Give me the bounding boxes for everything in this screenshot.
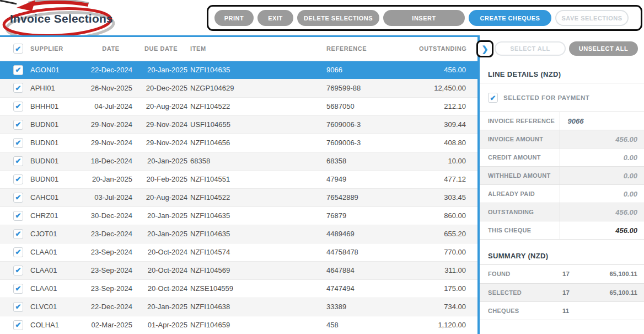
cell-supplier: BUDN01 [28, 134, 88, 152]
row-checkbox[interactable]: ✔ [13, 229, 23, 239]
page-header: Invoice Selections PRINT EXIT DELETE SEL… [0, 0, 644, 35]
unselect-all-button[interactable]: UNSELECT ALL [569, 41, 638, 56]
row-checkbox[interactable]: ✔ [13, 302, 23, 312]
row-checkbox[interactable]: ✔ [13, 156, 23, 166]
table-row[interactable]: ✔ COLHA1 02-Mar-2025 01-Apr-2025 NZFI104… [0, 316, 477, 334]
cell-outstanding: 175.00 [419, 279, 477, 298]
cell-due-date: 20-Dec-2025 [133, 79, 189, 97]
select-all-button[interactable]: SELECT ALL [495, 41, 566, 56]
insert-button[interactable]: INSERT [383, 10, 465, 26]
cell-item: NZGP104629 [189, 79, 325, 97]
select-all-checkbox[interactable]: ✔ [13, 44, 23, 54]
cell-reference: 76542889 [325, 188, 419, 206]
credit-amount-value: 0.00 [560, 149, 644, 167]
cell-supplier: CLAA01 [28, 279, 88, 298]
row-checkbox[interactable]: ✔ [13, 211, 23, 221]
this-cheque-value[interactable]: 456.00 [560, 221, 644, 240]
cell-outstanding: 770.00 [419, 243, 477, 261]
delete-selections-button[interactable]: DELETE SELECTIONS [297, 10, 379, 26]
row-checkbox[interactable]: ✔ [13, 174, 23, 184]
table-row[interactable]: ✔ CLAA01 23-Sep-2024 20-Oct-2024 NZSE104… [0, 279, 477, 298]
row-checkbox[interactable]: ✔ [13, 65, 23, 75]
column-header-supplier: SUPPLIER [28, 37, 88, 61]
cell-outstanding: 12,450.00 [419, 79, 477, 97]
table-row[interactable]: ✔ CLVC01 22-Dec-2024 20-Jan-2025 NZFI104… [0, 298, 477, 316]
chevron-right-icon: ❯ [481, 44, 489, 54]
row-checkbox[interactable]: ✔ [13, 193, 23, 203]
field-row: CREDIT AMOUNT 0.00 [480, 149, 644, 167]
cell-due-date: 20-Oct-2024 [133, 279, 189, 298]
line-details-fields: INVOICE REFERENCE 9066 INVOICE AMOUNT 45… [480, 112, 644, 240]
row-checkbox[interactable]: ✔ [13, 83, 23, 93]
cell-reference: 44758478 [325, 243, 419, 261]
summary-heading: SUMMARY (NZD) [480, 252, 644, 265]
cell-outstanding: 212.10 [419, 97, 477, 115]
summary-count: 17 [562, 283, 597, 301]
table-row[interactable]: ✔ AGON01 22-Dec-2024 20-Jan-2025 NZFI104… [0, 61, 477, 79]
cell-date: 23-Sep-2024 [88, 279, 133, 298]
table-row[interactable]: ✔ BHHH01 04-Jul-2024 20-Aug-2024 NZFI104… [0, 97, 477, 115]
line-details-heading: LINE DETAILS (NZD) [480, 70, 644, 83]
cell-item: NZFI104635 [189, 225, 325, 243]
row-checkbox[interactable]: ✔ [13, 138, 23, 148]
cell-outstanding: 860.00 [419, 206, 477, 225]
table-row[interactable]: ✔ BUDN01 20-Jan-2025 20-Feb-2025 NZFI104… [0, 170, 477, 188]
column-header-due-date: DUE DATE [133, 37, 189, 61]
cell-supplier: BHHH01 [28, 97, 88, 115]
cell-reference: 47949 [325, 170, 419, 188]
field-row: OUTSTANDING 456.00 [480, 203, 644, 221]
field-label: WITHHELD AMOUNT [480, 167, 560, 185]
toolbar: PRINT EXIT DELETE SELECTIONS INSERT CREA… [207, 5, 642, 31]
cell-reference: 4747494 [325, 279, 419, 298]
invoice-reference-value[interactable]: 9066 [560, 112, 644, 130]
cell-supplier: APHI01 [28, 79, 88, 97]
table-row[interactable]: ✔ CHRZ01 30-Dec-2024 20-Jan-2025 NZFI104… [0, 206, 477, 225]
table-header-row: ✔ SUPPLIER DATE DUE DATE ITEM REFERENCE … [0, 37, 477, 61]
cell-supplier: CLAA01 [28, 243, 88, 261]
table-row[interactable]: ✔ APHI01 26-Nov-2025 20-Dec-2025 NZGP104… [0, 79, 477, 97]
table-row[interactable]: ✔ BUDN01 29-Nov-2024 29-Nov-2024 NZFI104… [0, 134, 477, 152]
summary-table: FOUND 17 65,100.11 SELECTED 17 65,100.11… [480, 265, 644, 320]
row-checkbox[interactable]: ✔ [13, 320, 23, 330]
exit-button[interactable]: EXIT [257, 10, 293, 26]
cell-date: 26-Nov-2025 [88, 79, 133, 97]
table-row[interactable]: ✔ BUDN01 29-Nov-2024 29-Nov-2024 USFI104… [0, 115, 477, 134]
cell-date: 29-Nov-2024 [88, 115, 133, 134]
row-checkbox[interactable]: ✔ [13, 247, 23, 257]
cell-due-date: 20-Jan-2025 [133, 206, 189, 225]
row-checkbox[interactable]: ✔ [13, 102, 23, 112]
cell-item: NZFI104638 [189, 298, 325, 316]
row-checkbox[interactable]: ✔ [13, 120, 23, 130]
cell-due-date: 29-Nov-2024 [133, 134, 189, 152]
column-header-date: DATE [88, 37, 133, 61]
table-row[interactable]: ✔ CLAA01 23-Sep-2024 20-Oct-2024 NZFI104… [0, 243, 477, 261]
column-header-reference: REFERENCE [325, 37, 419, 61]
summary-amount: 65,100.11 [597, 265, 644, 283]
cell-item: NZFI104635 [189, 61, 325, 79]
cell-due-date: 29-Nov-2024 [133, 115, 189, 134]
cell-date: 22-Dec-2024 [88, 61, 133, 79]
cell-item: NZFI104635 [189, 206, 325, 225]
table-row[interactable]: ✔ CJOT01 23-Dec-2024 20-Jan-2025 NZFI104… [0, 225, 477, 243]
cell-supplier: CLVC01 [28, 298, 88, 316]
field-label: INVOICE AMOUNT [480, 130, 560, 149]
table-row[interactable]: ✔ CAHC01 03-Jul-2024 20-Aug-2024 NZFI104… [0, 188, 477, 206]
cell-date: 23-Sep-2024 [88, 261, 133, 279]
row-checkbox[interactable]: ✔ [13, 266, 23, 275]
table-row[interactable]: ✔ BUDN01 18-Dec-2024 20-Jan-2025 68358 6… [0, 152, 477, 170]
field-row: INVOICE AMOUNT 456.00 [480, 130, 644, 149]
selected-for-payment-checkbox[interactable]: ✔ [488, 93, 498, 103]
collapse-panel-button[interactable]: ❯ [476, 40, 493, 57]
row-checkbox[interactable]: ✔ [13, 284, 23, 294]
print-button[interactable]: PRINT [214, 10, 254, 26]
invoice-table: ✔ SUPPLIER DATE DUE DATE ITEM REFERENCE … [0, 37, 477, 334]
cell-date: 18-Dec-2024 [88, 152, 133, 170]
save-selections-button[interactable]: SAVE SELECTIONS [555, 10, 629, 26]
table-row[interactable]: ✔ CLAA01 23-Sep-2024 20-Oct-2024 NZFI104… [0, 261, 477, 279]
cell-outstanding: 408.80 [419, 134, 477, 152]
cell-reference: 33389 [325, 298, 419, 316]
cell-supplier: CJOT01 [28, 225, 88, 243]
cell-item: 68358 [189, 152, 325, 170]
page-title: Invoice Selections [10, 12, 113, 25]
create-cheques-button[interactable]: CREATE CHEQUES [469, 10, 551, 26]
